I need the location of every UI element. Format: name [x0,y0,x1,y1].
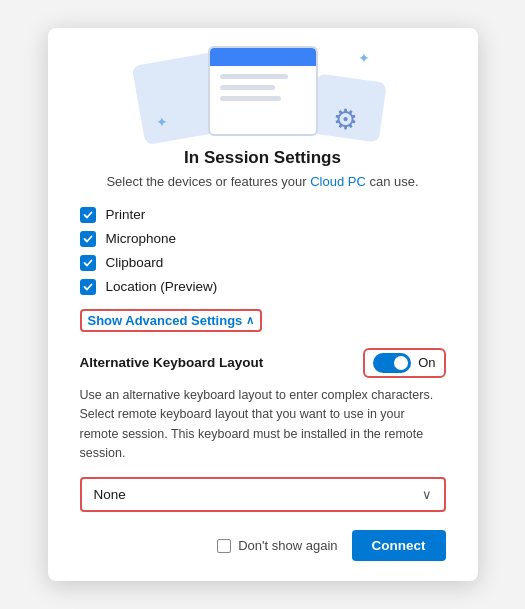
illustration: ⚙ ✦ ✦ [48,28,478,148]
keyboard-setting-label: Alternative Keyboard Layout [80,355,264,370]
checkbox-location[interactable]: Location (Preview) [80,279,446,295]
checkmark-icon [83,210,93,220]
illus-window [208,46,318,136]
checkbox-microphone[interactable]: Microphone [80,231,446,247]
illus-line-3 [220,96,282,101]
keyboard-setting-row: Alternative Keyboard Layout On [80,348,446,378]
dont-show-again-checkbox[interactable] [217,539,231,553]
keyboard-layout-dropdown-container[interactable]: None ∨ [80,477,446,512]
checkmark-icon [83,282,93,292]
keyboard-layout-toggle[interactable] [373,353,411,373]
checkbox-printer[interactable]: Printer [80,207,446,223]
checkmark-icon [83,258,93,268]
dont-show-again-label: Don't show again [238,538,337,553]
dialog-footer: Don't show again Connect [48,530,478,561]
cloud-pc-link[interactable]: Cloud PC [310,174,366,189]
toggle-container: On [363,348,445,378]
dialog-content: In Session Settings Select the devices o… [48,148,478,513]
dropdown-selected-value: None [94,487,126,502]
clipboard-label: Clipboard [106,255,164,270]
show-advanced-settings-button[interactable]: Show Advanced Settings ∧ [80,309,263,332]
printer-label: Printer [106,207,146,222]
location-label: Location (Preview) [106,279,218,294]
illus-line-2 [220,85,276,90]
checkbox-clipboard[interactable]: Clipboard [80,255,446,271]
subtitle-end: can use. [369,174,418,189]
microphone-checkbox-box[interactable] [80,231,96,247]
sparkle-icon-1: ✦ [358,50,370,66]
dont-show-again-row[interactable]: Don't show again [217,538,337,553]
dialog-subtitle: Select the devices or features your Clou… [80,174,446,189]
checkmark-icon [83,234,93,244]
clipboard-checkbox-box[interactable] [80,255,96,271]
keyboard-layout-dropdown[interactable]: None ∨ [82,479,444,510]
sparkle-icon-2: ✦ [156,114,168,130]
illus-line-1 [220,74,289,79]
dialog-title: In Session Settings [80,148,446,168]
gear-icon: ⚙ [333,103,358,136]
device-checkboxes: Printer Microphone Clipboard [80,207,446,295]
illus-window-bar [210,48,316,66]
illus-window-lines [210,66,316,109]
location-checkbox-box[interactable] [80,279,96,295]
printer-checkbox-box[interactable] [80,207,96,223]
keyboard-description: Use an alternative keyboard layout to en… [80,386,446,464]
in-session-settings-dialog: ⚙ ✦ ✦ In Session Settings Select the dev… [48,28,478,582]
advanced-settings-label: Show Advanced Settings [88,313,243,328]
toggle-knob [394,356,408,370]
microphone-label: Microphone [106,231,177,246]
chevron-down-icon: ∨ [422,487,432,502]
subtitle-text: Select the devices or features your [106,174,306,189]
connect-button[interactable]: Connect [352,530,446,561]
toggle-state-label: On [418,355,435,370]
chevron-up-icon: ∧ [246,314,254,327]
